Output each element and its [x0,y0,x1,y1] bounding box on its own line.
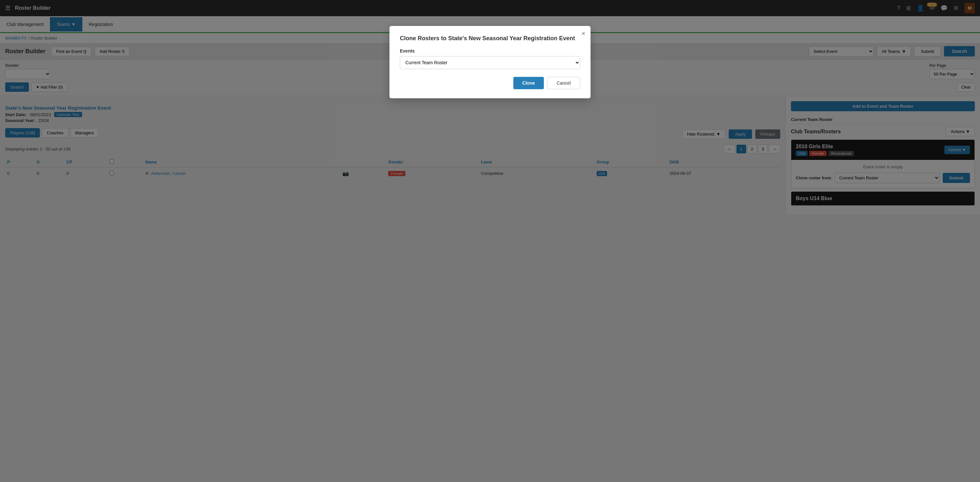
modal-events-label: Events [400,48,580,54]
modal-title: Clone Rosters to State's New Seasonal Ye… [400,35,580,42]
clone-button[interactable]: Clone [513,77,544,89]
modal-actions: Clone Cancel [400,77,580,89]
clone-rosters-modal: × Clone Rosters to State's New Seasonal … [390,26,590,98]
cancel-button[interactable]: Cancel [547,77,580,89]
modal-overlay[interactable]: × Clone Rosters to State's New Seasonal … [0,0,980,214]
modal-close-button[interactable]: × [581,30,585,37]
modal-events-select[interactable]: Current Team Roster Other Event [400,56,580,69]
